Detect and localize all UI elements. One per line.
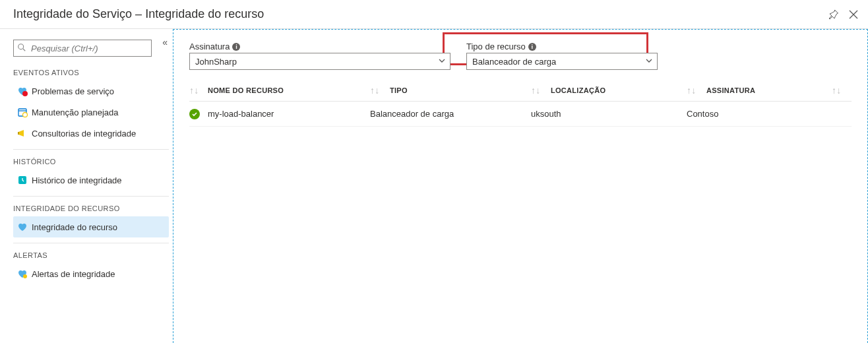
svg-point-5: [23, 113, 28, 117]
select-value: Balanceador de carga: [472, 57, 556, 67]
main-content: Assinatura i JohnSharp Tipo de recurso i: [173, 29, 868, 343]
info-icon[interactable]: i: [528, 43, 536, 51]
sidebar-item-health-alerts[interactable]: Alertas de integridade: [13, 263, 169, 284]
column-name[interactable]: NOME DO RECURSO: [208, 86, 370, 94]
svg-point-8: [23, 274, 27, 278]
sidebar-item-service-issues[interactable]: Problemas de serviço: [13, 80, 169, 102]
sidebar-item-label: Integridade do recurso: [32, 222, 117, 232]
filter-subscription-label: Assinatura i: [189, 42, 450, 51]
filter-resource-type: Tipo de recurso i Balanceador de carga: [466, 42, 658, 70]
sidebar: « EVENTOS ATIVOS Problemas de serviço Ma…: [0, 29, 173, 343]
cell-type: Balanceador de carga: [370, 109, 531, 119]
sidebar-item-label: Problemas de serviço: [32, 86, 114, 96]
sidebar-item-planned-maintenance[interactable]: Manutenção planejada: [13, 102, 169, 123]
filter-resource-type-label: Tipo de recurso i: [466, 42, 658, 51]
heart-alert-icon: [17, 86, 32, 96]
heart-pulse-icon: [17, 222, 32, 232]
search-input[interactable]: [13, 40, 152, 57]
column-status[interactable]: ↑↓: [189, 86, 208, 95]
status-ok-icon: [189, 109, 200, 119]
sidebar-item-label: Manutenção planejada: [32, 108, 119, 117]
column-label: ASSINATURA: [706, 86, 755, 94]
search-icon: [17, 43, 26, 54]
cell-subscription: Contoso: [687, 109, 832, 119]
table-header-row: ↑↓ NOME DO RECURSO ↑↓ TIPO ↑↓ LOCALIZAÇÃ…: [189, 79, 852, 102]
section-active-events: EVENTOS ATIVOS: [13, 69, 169, 77]
sidebar-item-health-advisories[interactable]: Consultorias de integridade: [13, 123, 169, 144]
chevron-down-icon: [645, 57, 653, 67]
collapse-sidebar-icon[interactable]: «: [162, 37, 168, 47]
sidebar-item-resource-health[interactable]: Integridade do recurso: [13, 216, 169, 237]
blade-root: Integridade do Serviço – Integridade do …: [0, 0, 868, 343]
column-location[interactable]: ↑↓ LOCALIZAÇÃO: [531, 86, 687, 95]
sort-icon: ↑↓: [832, 86, 842, 95]
table-row[interactable]: my-load-balancer Balanceador de carga uk…: [189, 102, 852, 127]
svg-point-0: [18, 44, 24, 49]
resource-table: ↑↓ NOME DO RECURSO ↑↓ TIPO ↑↓ LOCALIZAÇÃ…: [189, 79, 852, 127]
alert-icon: [17, 268, 32, 279]
search-wrap: [13, 40, 152, 57]
megaphone-icon: [17, 128, 32, 139]
subscription-select[interactable]: JohnSharp: [189, 53, 450, 70]
sidebar-item-label: Consultorias de integridade: [32, 129, 136, 139]
divider: [13, 196, 169, 197]
svg-point-2: [22, 91, 28, 96]
sidebar-item-label: Histórico de integridade: [32, 175, 122, 185]
chevron-down-icon: [438, 57, 446, 67]
info-icon[interactable]: i: [232, 43, 240, 51]
sort-icon: ↑↓: [531, 86, 541, 95]
sort-icon: ↑↓: [189, 86, 199, 95]
calendar-icon: [17, 107, 32, 117]
column-label: LOCALIZAÇÃO: [551, 86, 605, 94]
label-text: Assinatura: [189, 42, 230, 51]
divider: [13, 243, 169, 243]
page-title: Integridade do Serviço – Integridade do …: [13, 7, 828, 21]
cell-location: uksouth: [531, 109, 687, 119]
blade-header: Integridade do Serviço – Integridade do …: [0, 0, 868, 29]
column-subscription[interactable]: ↑↓ ASSINATURA: [687, 86, 832, 95]
divider: [13, 149, 169, 150]
filter-bar: Assinatura i JohnSharp Tipo de recurso i: [189, 42, 852, 70]
row-status: [189, 109, 208, 119]
sort-icon: ↑↓: [687, 86, 697, 95]
column-type[interactable]: ↑↓ TIPO: [370, 86, 531, 95]
history-icon: [17, 175, 32, 185]
svg-rect-6: [18, 132, 19, 135]
svg-line-1: [23, 49, 26, 51]
label-text: Tipo de recurso: [466, 42, 526, 51]
close-icon[interactable]: [848, 9, 859, 20]
sort-icon: ↑↓: [370, 86, 380, 95]
resource-type-select[interactable]: Balanceador de carga: [466, 53, 658, 70]
blade-body: « EVENTOS ATIVOS Problemas de serviço Ma…: [0, 29, 868, 343]
header-actions: [828, 9, 859, 20]
cell-name: my-load-balancer: [208, 109, 370, 119]
filter-subscription: Assinatura i JohnSharp: [189, 42, 450, 70]
sidebar-item-health-history[interactable]: Histórico de integridade: [13, 170, 169, 191]
column-end-sort[interactable]: ↑↓: [832, 86, 852, 95]
column-label: NOME DO RECURSO: [208, 86, 284, 94]
sidebar-item-label: Alertas de integridade: [32, 269, 115, 279]
column-label: TIPO: [390, 86, 408, 94]
section-alerts: ALERTAS: [13, 251, 169, 259]
section-history: HISTÓRICO: [13, 158, 169, 166]
pin-icon[interactable]: [828, 9, 839, 20]
select-value: JohnSharp: [195, 57, 237, 67]
section-resource-health: INTEGRIDADE DO RECURSO: [13, 204, 169, 212]
